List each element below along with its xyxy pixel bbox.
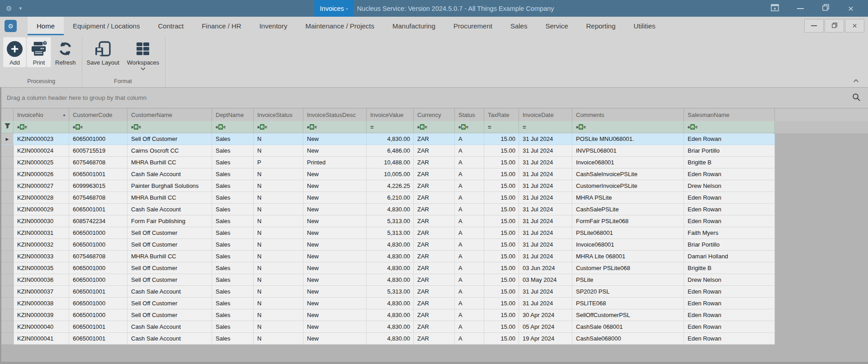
title-bar: ⚙ ▾ Invoices - Nucleus Service: Version …: [0, 0, 868, 17]
table-row[interactable]: ▶KZIN00000236065001000Sell Off CustomerS…: [1, 133, 775, 145]
tab-service[interactable]: Service: [536, 17, 577, 35]
filter-cell-deptname[interactable]: aBc: [212, 121, 254, 133]
mdi-restore-button[interactable]: [825, 19, 844, 33]
tab-inventory[interactable]: Inventory: [250, 17, 297, 35]
column-header-invoiceno[interactable]: InvoiceNo▲: [14, 108, 69, 121]
tab-procurement[interactable]: Procurement: [444, 17, 501, 35]
cell-invoicevalue: 4,830.00: [367, 309, 414, 321]
tab-reporting[interactable]: Reporting: [577, 17, 624, 35]
mdi-close-button[interactable]: ×: [845, 19, 864, 33]
workspaces-icon: [137, 40, 149, 58]
column-header-customername[interactable]: CustomerName: [127, 108, 212, 121]
ribbon-group-caption: Format: [84, 75, 163, 84]
column-header-deptname[interactable]: DeptName: [212, 108, 254, 121]
table-row[interactable]: KZIN00000306085742234Form Fair Publishin…: [1, 215, 775, 227]
cell-deptname: Sales: [212, 251, 254, 262]
filter-cell-salesmanname[interactable]: aBc: [684, 121, 775, 133]
column-header-salesmanname[interactable]: SalesmanName: [684, 108, 775, 121]
table-row[interactable]: KZIN00000316065001000Sell Off CustomerSa…: [1, 227, 775, 239]
table-row[interactable]: KZIN00000276099963015Painter Burghall So…: [1, 180, 775, 192]
save-layout-button[interactable]: Save Layout: [84, 37, 123, 67]
filter-cell-customername[interactable]: aBc: [127, 121, 212, 133]
cell-deptname: Sales: [212, 286, 254, 298]
filter-cell-currency[interactable]: aBc: [414, 121, 455, 133]
search-button[interactable]: [851, 93, 862, 103]
table-row[interactable]: KZIN00000286075468708MHRA Burhill CCSale…: [1, 192, 775, 204]
table-row[interactable]: KZIN00000406065001001Cash Sale AccountSa…: [1, 321, 775, 333]
table-row[interactable]: KZIN00000386065001000Sell Off CustomerSa…: [1, 298, 775, 309]
tab-utilities[interactable]: Utilities: [625, 17, 665, 35]
tab-home[interactable]: Home: [28, 17, 64, 35]
filter-cell-taxrate[interactable]: =: [484, 121, 519, 133]
column-header-invoicestatusdesc[interactable]: InvoiceStatusDesc: [303, 108, 367, 121]
refresh-button[interactable]: Refresh: [52, 37, 79, 67]
gear-icon: ⚙: [8, 23, 14, 30]
add-button[interactable]: +Add: [4, 37, 26, 67]
row-indicator-cell: [1, 215, 14, 227]
cell-invoiceno: KZIN0000027: [14, 180, 69, 192]
filter-cell-comments[interactable]: aBc: [572, 121, 684, 133]
restore-button[interactable]: [813, 0, 838, 17]
table-row[interactable]: KZIN00000326065001000Sell Off CustomerSa…: [1, 239, 775, 251]
gear-icon[interactable]: ⚙: [6, 5, 12, 13]
table-row[interactable]: KZIN00000296065001001Cash Sale AccountSa…: [1, 204, 775, 215]
column-header-currency[interactable]: Currency: [414, 108, 455, 121]
table-row[interactable]: KZIN00000246005715519Cairns Oscroft CCSa…: [1, 145, 775, 157]
filter-cell-customercode[interactable]: aBc: [69, 121, 127, 133]
filter-cell-invoicedate[interactable]: =: [519, 121, 572, 133]
titlebar-left-controls: ⚙ ▾: [6, 0, 22, 17]
table-row[interactable]: KZIN00000416065001001Cash Sale AccountSa…: [1, 333, 775, 345]
cell-deptname: Sales: [212, 204, 254, 215]
row-indicator-cell: [1, 145, 14, 157]
tab-finance-hr[interactable]: Finance / HR: [193, 17, 250, 35]
table-row[interactable]: KZIN00000366065001000Sell Off CustomerSa…: [1, 274, 775, 286]
cell-currency: ZAR: [414, 251, 455, 262]
filter-cell-status[interactable]: aBc: [455, 121, 484, 133]
app-menu-button[interactable]: ⚙: [5, 20, 17, 32]
table-row[interactable]: KZIN00000396065001000Sell Off CustomerSa…: [1, 309, 775, 321]
column-header-status[interactable]: Status: [455, 108, 484, 121]
tab-contract[interactable]: Contract: [149, 17, 193, 35]
table-row[interactable]: KZIN00000336075468708MHRA Burhill CCSale…: [1, 251, 775, 262]
dock-window-button[interactable]: [762, 0, 788, 17]
column-header-invoicestatus[interactable]: InvoiceStatus: [254, 108, 303, 121]
table-row[interactable]: KZIN00000256075468708MHRA Burhill CCSale…: [1, 157, 775, 168]
column-header-invoicedate[interactable]: InvoiceDate: [519, 108, 572, 121]
filter-funnel-button[interactable]: [1, 121, 14, 133]
collapse-ribbon-button[interactable]: [852, 78, 860, 83]
cell-invoicestatus: N: [254, 180, 303, 192]
tab-equipment-locations[interactable]: Equipment / Locations: [64, 17, 149, 35]
cell-invoicestatusdesc: New: [303, 321, 367, 333]
tab-maintenance-projects[interactable]: Maintenance / Projects: [296, 17, 383, 35]
cell-customername: Cash Sale Account: [127, 286, 212, 298]
filter-cell-invoiceno[interactable]: aBc: [14, 121, 69, 133]
minimize-button[interactable]: [788, 0, 813, 17]
mdi-minimize-button[interactable]: [804, 19, 824, 33]
column-header-customercode[interactable]: CustomerCode: [69, 108, 127, 121]
close-button[interactable]: ×: [838, 0, 863, 17]
column-header-taxrate[interactable]: TaxRate: [484, 108, 519, 121]
dropdown-caret-icon[interactable]: ▾: [19, 5, 22, 11]
cell-invoiceno: KZIN0000025: [14, 157, 69, 168]
filter-cell-invoicevalue[interactable]: =: [367, 121, 414, 133]
workspaces-button[interactable]: Workspaces: [124, 37, 162, 71]
tab-manufacturing[interactable]: Manufacturing: [383, 17, 444, 35]
group-by-panel[interactable]: Drag a column header here to group by th…: [1, 87, 868, 108]
table-row[interactable]: KZIN00000266065001001Cash Sale AccountSa…: [1, 168, 775, 180]
cell-invoicestatus: N: [254, 239, 303, 251]
cell-status: A: [455, 274, 484, 286]
cell-invoicestatus: N: [254, 204, 303, 215]
table-row[interactable]: KZIN00000356065001000Sell Off CustomerSa…: [1, 262, 775, 274]
tab-sales[interactable]: Sales: [501, 17, 537, 35]
column-header-invoicevalue[interactable]: InvoiceValue: [367, 108, 414, 121]
cell-salesmanname: Eden Rowan: [684, 286, 775, 298]
cell-customername: MHRA Burhill CC: [127, 157, 212, 168]
table-row[interactable]: KZIN00000376065001001Cash Sale AccountSa…: [1, 286, 775, 298]
cell-invoiceno: KZIN0000038: [14, 298, 69, 309]
refresh-icon: [57, 40, 73, 58]
cell-invoicestatusdesc: New: [303, 251, 367, 262]
print-button[interactable]: ?Print: [27, 37, 51, 67]
filter-cell-invoicestatus[interactable]: aBc: [254, 121, 303, 133]
column-header-comments[interactable]: Comments: [572, 108, 684, 121]
filter-cell-invoicestatusdesc[interactable]: aBc: [303, 121, 367, 133]
